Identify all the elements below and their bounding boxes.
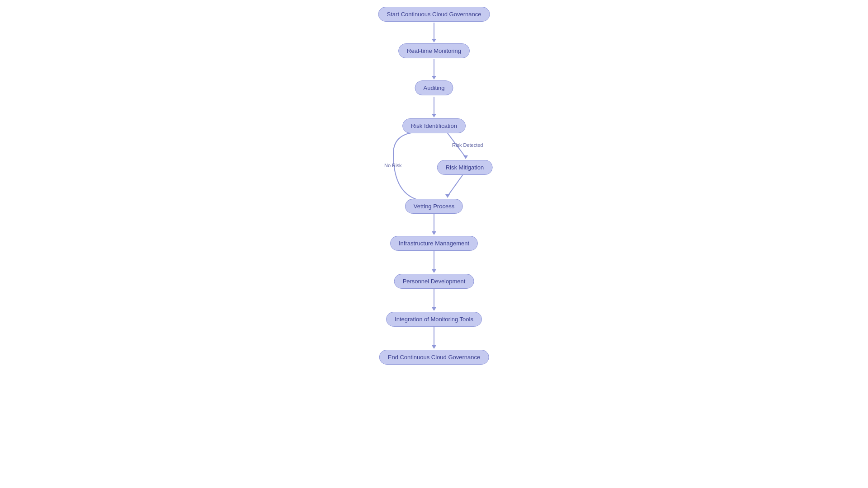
node-personnel-label: Personnel Development [403,278,466,285]
svg-marker-20 [432,345,436,349]
node-risk-mitigation: Risk Mitigation [437,160,493,175]
node-monitoring-label: Integration of Monitoring Tools [395,316,473,323]
svg-marker-9 [463,155,468,159]
diagram-container: No Risk Risk Detected Start Continuous C… [344,0,524,488]
node-start: Start Continuous Cloud Governance [378,7,490,22]
svg-marker-18 [432,307,436,311]
svg-marker-14 [432,231,436,235]
node-auditing-label: Auditing [424,84,445,91]
svg-marker-5 [432,114,436,117]
node-start-label: Start Continuous Cloud Governance [387,11,481,18]
svg-marker-1 [432,39,436,42]
node-infrastructure-management: Infrastructure Management [390,236,478,251]
svg-text:No Risk: No Risk [384,163,402,168]
node-integration-monitoring: Integration of Monitoring Tools [386,312,482,327]
svg-marker-3 [432,76,436,80]
node-risk-id-label: Risk Identification [411,122,457,129]
node-risk-identification: Risk Identification [402,118,466,133]
svg-marker-12 [445,194,450,198]
node-infra-label: Infrastructure Management [399,240,469,247]
node-end: End Continuous Cloud Governance [379,350,489,365]
node-risk-mit-label: Risk Mitigation [446,164,484,171]
node-vetting-process: Vetting Process [405,199,463,214]
svg-text:Risk Detected: Risk Detected [452,142,483,148]
node-end-label: End Continuous Cloud Governance [388,354,481,361]
svg-marker-16 [432,269,436,273]
node-realtime-label: Real-time Monitoring [407,47,461,54]
node-personnel-development: Personnel Development [394,274,474,289]
node-realtime-monitoring: Real-time Monitoring [398,43,470,58]
node-auditing: Auditing [415,80,453,95]
node-vetting-label: Vetting Process [414,203,454,210]
